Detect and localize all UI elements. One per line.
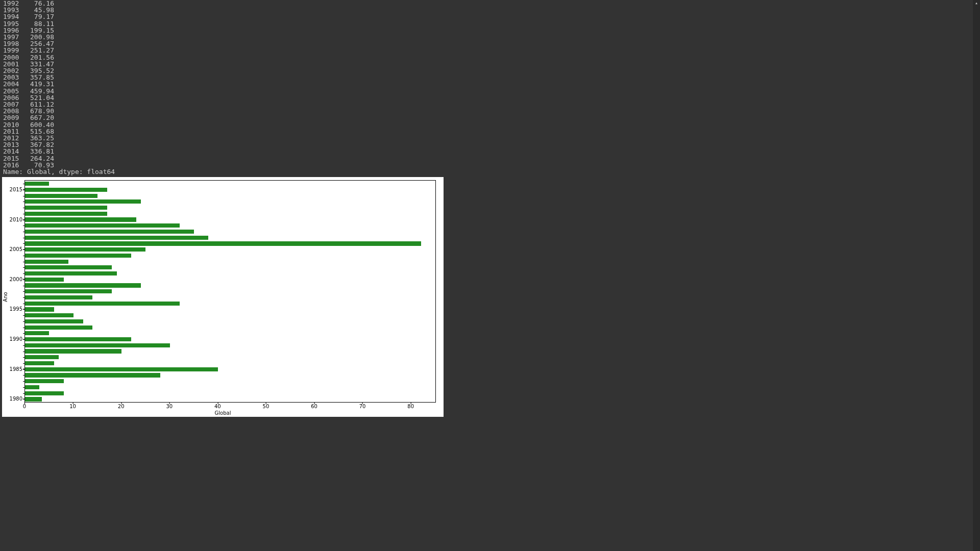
series-row: 199345.98 bbox=[3, 7, 977, 13]
bar bbox=[25, 313, 74, 317]
x-tick-label: 70 bbox=[359, 404, 366, 409]
bar bbox=[25, 182, 49, 186]
y-minor-tick bbox=[23, 262, 25, 262]
year-cell: 1999 bbox=[3, 47, 23, 54]
y-minor-tick bbox=[23, 243, 25, 244]
series-row: 2003357.85 bbox=[3, 74, 977, 81]
bar bbox=[25, 295, 92, 299]
y-minor-tick bbox=[23, 369, 25, 370]
bar bbox=[25, 247, 145, 252]
bar bbox=[25, 212, 107, 216]
y-tick-label: 1990 bbox=[2, 336, 22, 342]
bar bbox=[25, 319, 83, 323]
bar bbox=[25, 254, 131, 258]
bar bbox=[25, 241, 421, 245]
y-minor-tick bbox=[23, 352, 25, 352]
y-minor-tick bbox=[23, 232, 25, 232]
series-row: 2000201.56 bbox=[3, 54, 977, 61]
bar bbox=[25, 373, 160, 377]
value-cell: 79.17 bbox=[23, 13, 54, 20]
series-row: 2006521.04 bbox=[3, 94, 977, 101]
bar bbox=[25, 223, 180, 228]
bar bbox=[25, 206, 107, 210]
series-row: 2015264.24 bbox=[3, 155, 977, 162]
bar bbox=[25, 397, 42, 401]
bar bbox=[25, 379, 64, 383]
bar bbox=[25, 391, 64, 395]
y-minor-tick bbox=[23, 196, 25, 196]
series-row: 2005459.94 bbox=[3, 88, 977, 94]
bar bbox=[25, 302, 180, 306]
series-row: 2002395.52 bbox=[3, 67, 977, 74]
series-row: 2010600.40 bbox=[3, 121, 977, 128]
year-cell: 2005 bbox=[3, 88, 23, 94]
series-row: 1997200.98 bbox=[3, 34, 977, 40]
value-cell: 419.31 bbox=[23, 81, 54, 87]
y-minor-tick bbox=[23, 399, 25, 399]
value-cell: 600.40 bbox=[23, 121, 54, 128]
value-cell: 459.94 bbox=[23, 88, 54, 94]
y-minor-tick bbox=[23, 208, 25, 208]
y-minor-tick bbox=[23, 393, 25, 394]
series-row: 2008678.90 bbox=[3, 108, 977, 114]
y-minor-tick bbox=[23, 256, 25, 256]
y-minor-tick bbox=[23, 238, 25, 238]
series-output: 199276.16199345.98199479.17199588.111996… bbox=[0, 0, 980, 175]
scroll-up-arrow[interactable]: ▴ bbox=[973, 0, 980, 7]
y-minor-tick bbox=[23, 357, 25, 358]
bar bbox=[25, 349, 121, 353]
y-tick-label: 2000 bbox=[2, 276, 22, 282]
y-minor-tick bbox=[23, 381, 25, 382]
series-row: 2011515.68 bbox=[3, 128, 977, 135]
bar bbox=[25, 367, 218, 371]
y-tick-label: 2015 bbox=[2, 186, 22, 192]
y-minor-tick bbox=[23, 328, 25, 328]
y-minor-tick bbox=[23, 315, 25, 316]
value-cell: 264.24 bbox=[23, 155, 54, 162]
chart-figure: Ano Global 19801985199019952000200520102… bbox=[2, 177, 444, 417]
series-row: 2013367.82 bbox=[3, 141, 977, 148]
x-tick-label: 80 bbox=[407, 404, 414, 409]
y-minor-tick bbox=[23, 267, 25, 268]
series-row: 2001331.47 bbox=[3, 61, 977, 67]
year-cell: 2010 bbox=[3, 121, 23, 128]
y-minor-tick bbox=[23, 286, 25, 286]
y-minor-tick bbox=[23, 375, 25, 375]
scrollbar[interactable]: ▴ bbox=[973, 0, 980, 551]
series-row: 199276.16 bbox=[3, 0, 977, 7]
series-row: 2009667.20 bbox=[3, 114, 977, 121]
bar bbox=[25, 236, 208, 240]
year-cell: 2009 bbox=[3, 114, 23, 121]
year-cell: 1994 bbox=[3, 13, 23, 20]
bar bbox=[25, 194, 97, 198]
y-minor-tick bbox=[23, 304, 25, 304]
bar bbox=[25, 283, 141, 287]
year-cell: 2015 bbox=[3, 155, 23, 162]
bar bbox=[25, 278, 64, 282]
y-tick-label: 2010 bbox=[2, 216, 22, 222]
value-cell: 667.20 bbox=[23, 114, 54, 121]
year-cell: 1995 bbox=[3, 20, 23, 27]
y-tick-label: 1980 bbox=[2, 396, 22, 402]
bar bbox=[25, 385, 39, 389]
y-minor-tick bbox=[23, 184, 25, 184]
bar bbox=[25, 325, 92, 330]
y-minor-tick bbox=[23, 220, 25, 220]
x-tick-label: 60 bbox=[311, 404, 317, 409]
bar bbox=[25, 307, 54, 311]
bar bbox=[25, 217, 136, 221]
y-minor-tick bbox=[23, 387, 25, 388]
series-row: 1999251.27 bbox=[3, 47, 977, 54]
y-minor-tick bbox=[23, 333, 25, 334]
bar bbox=[25, 271, 117, 276]
value-cell: 336.81 bbox=[23, 148, 54, 155]
y-minor-tick bbox=[23, 280, 25, 280]
y-minor-tick bbox=[23, 226, 25, 226]
series-row: 1996199.15 bbox=[3, 27, 977, 34]
dtype-line: Name: Global, dtype: float64 bbox=[3, 168, 977, 175]
y-tick-label: 1995 bbox=[2, 306, 22, 312]
year-cell: 2000 bbox=[3, 54, 23, 61]
series-row: 1998256.47 bbox=[3, 40, 977, 47]
series-row: 199588.11 bbox=[3, 20, 977, 27]
plot-area bbox=[24, 180, 436, 403]
